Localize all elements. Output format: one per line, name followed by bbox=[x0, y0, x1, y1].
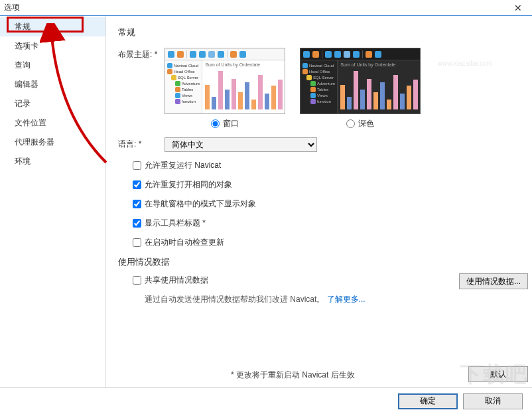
usage-desc: 通过自动发送使用情况数据帮助我们改进 Navicat。 了解更多... bbox=[145, 294, 520, 305]
sidebar-item-proxy[interactable]: 代理服务器 bbox=[0, 133, 105, 152]
theme-option-dark[interactable]: Navicat CloudHead OfficeSQL ServerAdvent… bbox=[300, 48, 421, 129]
titlebar: 选项 ✕ bbox=[0, 0, 532, 16]
sidebar-item-tabs[interactable]: 选项卡 bbox=[0, 36, 105, 56]
theme-preview-light: Navicat CloudHead OfficeSQL ServerAdvent… bbox=[165, 48, 285, 114]
learn-more-link[interactable]: 了解更多... bbox=[327, 295, 366, 304]
restart-note: * 更改将于重新启动 Navicat 后生效 bbox=[231, 370, 355, 381]
sidebar-item-filelocation[interactable]: 文件位置 bbox=[0, 113, 105, 133]
theme-radio-dark[interactable] bbox=[346, 119, 355, 128]
usage-data-button[interactable]: 使用情况数据... bbox=[459, 273, 528, 289]
check-auto-update[interactable] bbox=[133, 238, 141, 247]
section-heading: 常规 bbox=[118, 27, 520, 38]
check-show-schema[interactable] bbox=[133, 200, 141, 208]
check-multiple-navicat[interactable] bbox=[133, 161, 141, 170]
sidebar-item-editor[interactable]: 编辑器 bbox=[0, 75, 105, 94]
ok-button[interactable]: 确定 bbox=[398, 393, 458, 409]
theme-radio-window[interactable] bbox=[211, 119, 220, 128]
check-share-usage[interactable] bbox=[133, 276, 141, 285]
sidebar-item-env[interactable]: 环境 bbox=[0, 152, 105, 171]
language-select[interactable]: 简体中文 bbox=[165, 137, 317, 152]
window-title: 选项 bbox=[4, 2, 508, 13]
sidebar: 常规 选项卡 查询 编辑器 记录 文件位置 代理服务器 环境 bbox=[0, 16, 106, 387]
theme-label: 布景主题: * bbox=[118, 48, 165, 60]
usage-heading: 使用情况数据 bbox=[118, 256, 520, 268]
check-toolbar-title[interactable] bbox=[133, 219, 141, 228]
sidebar-item-general[interactable]: 常规 bbox=[0, 17, 105, 36]
default-button[interactable]: 默认 bbox=[468, 366, 528, 382]
theme-option-window[interactable]: Navicat CloudHead OfficeSQL ServerAdvent… bbox=[165, 48, 285, 129]
close-icon[interactable]: ✕ bbox=[508, 3, 528, 13]
check-multiple-objects[interactable] bbox=[133, 180, 141, 189]
lang-label: 语言: * bbox=[118, 137, 165, 150]
cancel-button[interactable]: 取消 bbox=[463, 393, 523, 409]
sidebar-item-query[interactable]: 查询 bbox=[0, 56, 105, 75]
theme-preview-dark: Navicat CloudHead OfficeSQL ServerAdvent… bbox=[300, 48, 421, 114]
sidebar-item-record[interactable]: 记录 bbox=[0, 94, 105, 113]
content-panel: 常规 布景主题: * Navicat CloudHead OfficeSQL S… bbox=[106, 16, 532, 387]
footer: 确定 取消 bbox=[0, 387, 532, 414]
